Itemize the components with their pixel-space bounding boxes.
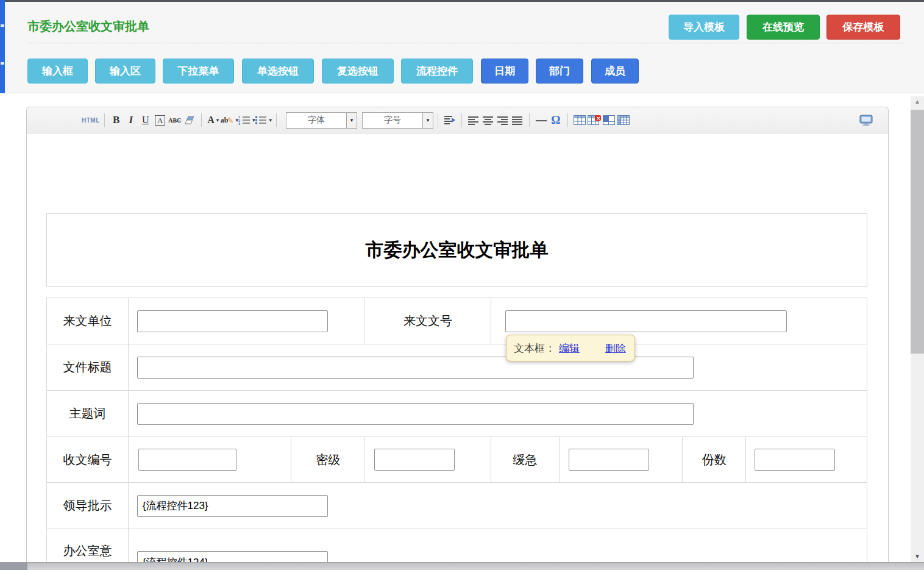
ordered-list-button[interactable]: 1 2 3 ▾ (238, 112, 255, 128)
receipt-number-input[interactable] (138, 449, 236, 471)
insert-table-button[interactable] (572, 112, 587, 128)
toolbar-separator (104, 113, 105, 127)
remove-format-button[interactable] (182, 112, 197, 128)
table-cell-icon (603, 115, 615, 125)
align-right-button[interactable] (496, 112, 510, 128)
table-props-button[interactable] (616, 112, 631, 128)
indent-button[interactable] (442, 112, 457, 128)
field-cell (129, 298, 365, 344)
scroll-down-arrow-icon[interactable]: ▼ (911, 553, 924, 560)
field-label: 份数 (683, 437, 746, 482)
import-template-button[interactable]: 导入模板 (669, 15, 739, 40)
fullscreen-button[interactable] (859, 112, 873, 128)
horizontal-rule-button[interactable]: — (534, 112, 549, 128)
align-center-button[interactable] (481, 112, 496, 128)
add-member-button[interactable]: 成员 (591, 59, 639, 84)
vertical-scrollbar[interactable]: ▲ ▼ (911, 96, 924, 562)
indent-icon (444, 115, 456, 125)
copies-input[interactable] (755, 449, 835, 471)
leader-instruction-input[interactable] (137, 495, 328, 517)
add-date-button[interactable]: 日期 (481, 59, 528, 84)
unordered-list-button[interactable]: ▾ (255, 112, 272, 128)
sidebar-edge-stripe (0, 0, 5, 93)
edit-widget-link[interactable]: 编辑 (559, 341, 580, 355)
document-number-input[interactable] (505, 310, 787, 332)
secrecy-level-input[interactable] (374, 449, 455, 471)
save-template-button[interactable]: 保存模板 (826, 15, 900, 40)
table-row: 领导批示 (47, 483, 867, 529)
toolbar-separator (567, 113, 568, 127)
toolbar-separator (461, 113, 462, 127)
editor-canvas[interactable]: 市委办公室收文审批单 来文单位 来文文号 文件标题 (27, 134, 888, 570)
eraser-icon (184, 116, 195, 125)
subject-words-input[interactable] (137, 403, 694, 425)
pencil-icon: ✎ (227, 116, 233, 125)
font-family-select[interactable]: 字体 ▾ (286, 112, 357, 129)
html-source-button[interactable]: HTML (82, 112, 100, 128)
field-cell (129, 437, 292, 482)
vertical-scrollbar-thumb[interactable] (911, 110, 924, 354)
toolbar-separator (276, 113, 277, 127)
align-justify-icon (512, 116, 523, 125)
sidebar-fragment (1, 24, 4, 27)
field-label: 收文编号 (47, 437, 129, 482)
italic-button[interactable]: I (124, 112, 138, 128)
add-checkbox-button[interactable]: 复选按钮 (322, 59, 394, 84)
scroll-up-arrow-icon[interactable]: ▲ (911, 98, 924, 105)
font-family-label: 字体 (286, 113, 346, 128)
form-title: 市委办公室收文审批单 (366, 238, 549, 263)
chevron-down-icon: ▾ (216, 117, 219, 123)
special-char-button[interactable]: Ω (549, 112, 563, 128)
table-icon (574, 115, 586, 125)
add-department-button[interactable]: 部门 (536, 59, 583, 84)
toolbar-separator (438, 113, 438, 127)
font-color-button[interactable]: A ▾ (206, 112, 221, 128)
online-preview-button[interactable]: 在线预览 (747, 15, 820, 40)
form-table: 来文单位 来文文号 文件标题 主题词 (46, 297, 867, 570)
add-radio-button[interactable]: 单选按钮 (242, 59, 314, 84)
delete-table-button[interactable]: ✕ (587, 112, 602, 128)
urgency-input[interactable] (569, 449, 649, 471)
tooltip-label: 文本框： (514, 341, 555, 355)
align-justify-button[interactable] (510, 112, 525, 128)
font-size-select[interactable]: 字号 ▾ (362, 112, 433, 129)
source-unit-input[interactable] (137, 310, 328, 332)
add-textarea-button[interactable]: 输入区 (95, 59, 155, 84)
align-center-icon (483, 116, 494, 125)
boxed-a-icon: A (155, 115, 165, 126)
field-cell (746, 437, 867, 482)
table-row: 来文单位 来文文号 (47, 298, 867, 344)
rich-text-editor: HTML B I U A ABC A ▾ ab ✎ ▾ (26, 107, 889, 570)
form-title-box: 市委办公室收文审批单 (46, 213, 867, 287)
align-left-button[interactable] (466, 112, 481, 128)
form-designer-page: 市委办公室收文审批单 导入模板 在线预览 保存模板 输入框 输入区 下拉菜单 单… (0, 0, 924, 570)
field-label: 缓急 (491, 437, 560, 482)
table-row: 主题词 (47, 391, 867, 437)
header-divider (27, 43, 904, 43)
table-delete-icon: ✕ (588, 115, 601, 125)
field-cell (129, 344, 867, 390)
ordered-list-icon: 1 2 3 (238, 115, 251, 125)
strikethrough-button[interactable]: ABC (168, 112, 182, 128)
add-flow-control-button[interactable]: 流程控件 (401, 59, 473, 84)
boxed-a-button[interactable]: A (153, 112, 168, 128)
horizontal-scrollbar[interactable] (0, 562, 924, 570)
chevron-down-icon: ▾ (269, 117, 272, 123)
delete-widget-link[interactable]: 删除 (605, 341, 626, 355)
toolbar-separator (529, 113, 530, 127)
header-panel: 市委办公室收文审批单 导入模板 在线预览 保存模板 输入框 输入区 下拉菜单 单… (5, 2, 924, 93)
svg-text:3: 3 (238, 122, 240, 125)
field-cell (365, 437, 491, 482)
bold-button[interactable]: B (109, 112, 124, 128)
underline-button[interactable]: U (138, 112, 153, 128)
add-dropdown-button[interactable]: 下拉菜单 (163, 59, 234, 84)
horizontal-scrollbar-thumb[interactable] (0, 563, 27, 570)
widget-tooltip: 文本框： 编辑 删除 (506, 335, 635, 362)
add-input-box-button[interactable]: 输入框 (27, 59, 88, 84)
toolbar-separator (201, 113, 202, 127)
field-label: 来文单位 (47, 298, 129, 344)
table-cell-props-button[interactable] (602, 112, 616, 128)
field-label: 密级 (291, 437, 365, 482)
field-cell (129, 483, 867, 529)
highlight-color-button[interactable]: ab ✎ ▾ (221, 112, 238, 128)
